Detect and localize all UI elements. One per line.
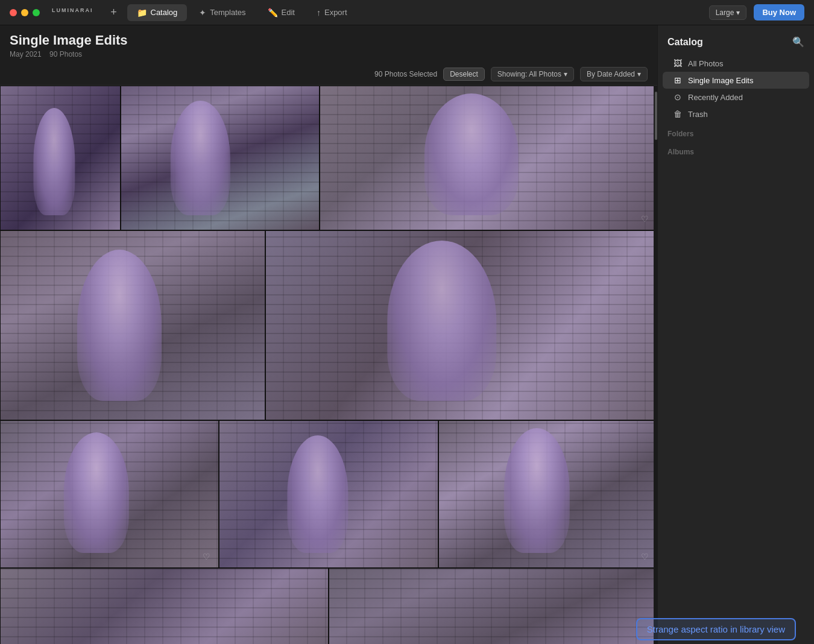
photo-cell[interactable]: [265, 230, 657, 420]
main-layout: Single Image Edits May 2021 90 Photos 90…: [0, 25, 814, 644]
photo-cell[interactable]: [0, 568, 329, 644]
nav-tabs: 📁 Catalog ✦ Templates ✏️ Edit ↑ Export: [127, 4, 709, 21]
favorite-icon[interactable]: ♡: [641, 552, 652, 563]
photo-thumbnail: [266, 231, 657, 420]
page-header: Single Image Edits May 2021 90 Photos: [0, 25, 657, 63]
content-area: Single Image Edits May 2021 90 Photos 90…: [0, 25, 657, 644]
buy-now-button[interactable]: Buy Now: [754, 4, 804, 21]
photo-thumbnail: [1, 421, 218, 567]
sidebar-item-single-image-edits[interactable]: ⊞ Single Image Edits: [663, 72, 809, 89]
photo-thumbnail: [121, 86, 319, 230]
window-controls: [10, 9, 40, 16]
add-button[interactable]: +: [106, 4, 122, 21]
sidebar-item-trash[interactable]: 🗑 Trash: [663, 106, 809, 122]
toolbar: 90 Photos Selected Deselect Showing: All…: [0, 63, 657, 86]
photo-cell[interactable]: [0, 86, 121, 230]
sidebar-item-all-photos[interactable]: 🖼 All Photos: [663, 55, 809, 72]
tab-export[interactable]: ↑ Export: [307, 4, 357, 21]
sidebar-header: Catalog 🔍: [658, 31, 814, 55]
sidebar-title: Catalog: [667, 37, 703, 48]
tab-edit[interactable]: ✏️ Edit: [258, 4, 304, 21]
favorite-icon[interactable]: ♡: [203, 552, 213, 563]
photo-cell[interactable]: [0, 230, 265, 420]
favorite-icon[interactable]: ♡: [641, 214, 652, 225]
templates-icon: ✦: [199, 8, 206, 17]
page-title: Single Image Edits: [10, 33, 648, 48]
photo-thumbnail: [439, 421, 657, 567]
grid-row-3: ♡ ♡: [0, 420, 657, 568]
sidebar-section-albums: Albums: [658, 140, 814, 159]
photo-cell[interactable]: ♡: [0, 420, 219, 568]
titlebar-right: Large ▾ Buy Now: [709, 4, 804, 21]
grid-row-4: [0, 568, 657, 644]
page-subtitle: May 2021 90 Photos: [10, 50, 648, 58]
photo-thumbnail: [1, 231, 265, 420]
photo-thumbnail: [1, 569, 328, 644]
edit-icon: ✏️: [268, 8, 278, 17]
photo-cell[interactable]: [121, 86, 320, 230]
photo-grid[interactable]: ♡: [0, 86, 657, 644]
close-button[interactable]: [10, 9, 17, 16]
recently-added-icon: ⊙: [672, 92, 683, 102]
photo-thumbnail: [329, 569, 657, 644]
single-image-edits-icon: ⊞: [672, 75, 683, 85]
photo-cell[interactable]: ♡: [438, 420, 657, 568]
app-logo: LUMINARAI: [52, 7, 93, 17]
scrollbar[interactable]: [654, 86, 657, 644]
selected-label: 90 Photos Selected: [374, 70, 437, 78]
size-selector[interactable]: Large ▾: [709, 5, 747, 20]
photo-cell[interactable]: [219, 420, 438, 568]
sidebar: Catalog 🔍 🖼 All Photos ⊞ Single Image Ed…: [657, 25, 814, 644]
chevron-down-icon: ▾: [736, 8, 740, 17]
chevron-down-icon: ▾: [564, 70, 567, 78]
minimize-button[interactable]: [21, 9, 28, 16]
trash-icon: 🗑: [672, 109, 683, 119]
chevron-down-icon: ▾: [637, 70, 641, 78]
sort-filter[interactable]: By Date Added ▾: [580, 67, 648, 81]
scroll-thumb[interactable]: [655, 92, 657, 140]
photo-cell[interactable]: ♡: [320, 86, 657, 230]
tab-catalog[interactable]: 📁 Catalog: [127, 4, 188, 21]
photo-cell[interactable]: [329, 568, 657, 644]
search-icon[interactable]: 🔍: [792, 36, 804, 48]
all-photos-icon: 🖼: [672, 58, 683, 68]
title-bar: LUMINARAI + 📁 Catalog ✦ Templates ✏️ Edi…: [0, 0, 814, 25]
photo-thumbnail: [1, 86, 120, 230]
grid-row-2: [0, 230, 657, 420]
sidebar-section-folders: Folders: [658, 122, 814, 140]
grid-row-1: ♡: [0, 86, 657, 230]
maximize-button[interactable]: [33, 9, 40, 16]
sidebar-item-recently-added[interactable]: ⊙ Recently Added: [663, 89, 809, 106]
photo-thumbnail: [320, 86, 657, 230]
catalog-icon: 📁: [137, 8, 147, 17]
showing-filter[interactable]: Showing: All Photos ▾: [491, 67, 574, 81]
deselect-button[interactable]: Deselect: [443, 68, 485, 81]
export-icon: ↑: [317, 8, 321, 17]
tab-templates[interactable]: ✦ Templates: [189, 4, 255, 21]
photo-thumbnail: [219, 421, 437, 567]
